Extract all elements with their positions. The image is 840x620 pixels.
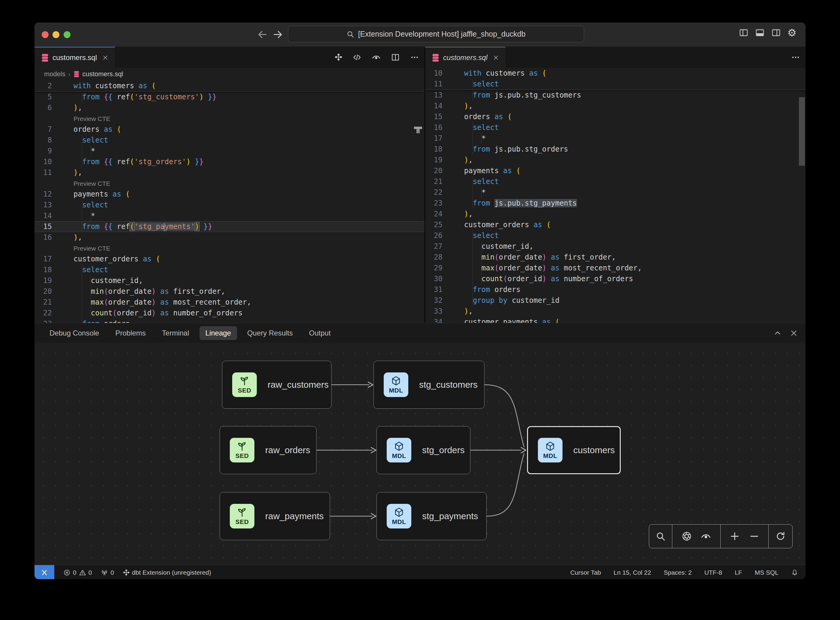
code-line-15[interactable]: 15orders as ( — [425, 111, 805, 122]
code-line-21[interactable]: 21max(order_date) as most_recent_order, — [35, 297, 424, 308]
code-line-26[interactable]: 26select — [425, 230, 805, 241]
panel-tab-debug-console[interactable]: Debug Console — [44, 326, 105, 340]
code-line-18[interactable]: 18from js.pub.stg_orders — [425, 144, 805, 155]
code-line-16[interactable]: 16select — [425, 122, 805, 133]
status-ln-15-col-22[interactable]: Ln 15, Col 22 — [613, 569, 651, 576]
code-line-20[interactable]: 20payments as ( — [425, 166, 805, 176]
code-line-25[interactable]: 25customer_orders as ( — [425, 220, 805, 230]
status-spaces-2[interactable]: Spaces: 2 — [664, 569, 691, 576]
lineage-search-button[interactable] — [655, 531, 666, 542]
code-lens[interactable]: Preview CTE — [35, 243, 424, 254]
lineage-canvas[interactable]: SEDraw_customersMDLstg_customersSEDraw_o… — [35, 343, 805, 565]
ports-status[interactable]: 0 — [101, 569, 114, 576]
code-line-24[interactable]: 24), — [425, 209, 805, 220]
code-line-23[interactable]: 23from js.pub.stg_payments — [425, 198, 805, 209]
panel-tab-output[interactable]: Output — [303, 326, 337, 340]
remote-indicator[interactable] — [35, 565, 54, 579]
command-center-search[interactable]: [Extension Development Host] jaffle_shop… — [288, 26, 584, 42]
status-ms-sql[interactable]: MS SQL — [755, 569, 778, 576]
sticky-scroll[interactable]: 10with customers as (11select — [425, 68, 805, 90]
lineage-refresh-button[interactable] — [775, 531, 786, 542]
breadcrumb-file[interactable]: customers.sql — [83, 70, 123, 78]
problems-status[interactable]: 0 0 — [63, 569, 92, 576]
lineage-snapshot-button[interactable] — [682, 531, 692, 542]
minimize-window-button[interactable] — [53, 31, 59, 38]
dbt-action-icon[interactable]: ✣ — [335, 53, 342, 62]
code-line-18[interactable]: 18select — [35, 264, 424, 275]
lineage-zoom-in-button[interactable] — [730, 531, 740, 542]
forward-icon[interactable] — [272, 29, 283, 40]
close-icon[interactable] — [493, 55, 499, 61]
toggle-panel-icon[interactable] — [755, 28, 765, 38]
code-line-14[interactable]: 14), — [425, 101, 805, 111]
lineage-node-raw_orders[interactable]: SEDraw_orders — [219, 426, 317, 474]
code-line-11[interactable]: 11select — [425, 78, 805, 89]
tab-customers-sql-left[interactable]: customers.sql — [35, 47, 115, 68]
code-line-14[interactable]: 14* — [35, 211, 424, 221]
code-line-27[interactable]: 27customer_id, — [425, 241, 805, 252]
code-lens[interactable]: Preview CTE — [35, 113, 424, 124]
code-line-15[interactable]: 15from {{ ref('stg_payments') }} — [35, 221, 424, 232]
code-editor-right[interactable]: 13from js.pub.stg_customers14),15orders … — [425, 90, 805, 323]
dbt-extension-status[interactable]: ✣ dbt Extension (unregistered) — [123, 569, 211, 576]
panel-tab-lineage[interactable]: Lineage — [200, 326, 237, 340]
tab-customers-sql-right[interactable]: customers.sql — [425, 47, 505, 68]
lineage-node-raw_payments[interactable]: SEDraw_payments — [219, 492, 330, 540]
lineage-node-raw_customers[interactable]: SEDraw_customers — [222, 361, 332, 409]
code-line-20[interactable]: 20min(order_date) as first_order, — [35, 286, 424, 297]
lineage-node-customers[interactable]: MDLcustomers — [527, 426, 621, 474]
bell-icon[interactable] — [791, 569, 798, 576]
panel-tab-terminal[interactable]: Terminal — [156, 326, 195, 340]
close-panel-icon[interactable] — [790, 329, 798, 337]
code-line-2[interactable]: 2with customers as ( — [35, 80, 424, 91]
gear-icon[interactable]: ⚙ — [787, 28, 796, 38]
panel-tab-problems[interactable]: Problems — [109, 326, 152, 340]
breadcrumb-folder[interactable]: models — [44, 70, 65, 78]
lineage-zoom-out-button[interactable] — [749, 531, 759, 542]
code-line-33[interactable]: 33), — [425, 306, 805, 317]
code-line-29[interactable]: 29max(order_date) as most_recent_order, — [425, 263, 805, 273]
more-actions-icon[interactable] — [791, 53, 800, 62]
lineage-node-stg_payments[interactable]: MDLstg_payments — [377, 492, 487, 540]
lineage-node-stg_orders[interactable]: MDLstg_orders — [377, 426, 470, 474]
lineage-node-stg_customers[interactable]: MDLstg_customers — [374, 361, 484, 409]
back-icon[interactable] — [257, 29, 268, 40]
close-window-button[interactable] — [42, 31, 49, 38]
code-line-11[interactable]: 11), — [35, 167, 424, 178]
code-line-22[interactable]: 22* — [425, 187, 805, 198]
vertical-scrollbar[interactable] — [799, 97, 805, 166]
code-line-30[interactable]: 30count(order_id) as number_of_orders — [425, 273, 805, 284]
code-line-28[interactable]: 28min(order_date) as first_order, — [425, 252, 805, 263]
sticky-scroll[interactable]: 2with customers as ( — [35, 80, 424, 92]
code-lens[interactable]: Preview CTE — [35, 178, 424, 189]
code-line-8[interactable]: 8select — [35, 135, 424, 146]
status-utf-8[interactable]: UTF-8 — [705, 569, 723, 576]
toggle-secondary-sidebar-icon[interactable] — [771, 28, 781, 38]
code-line-22[interactable]: 22count(order_id) as number_of_orders — [35, 308, 424, 318]
panel-tab-query-results[interactable]: Query Results — [241, 326, 299, 340]
code-line-10[interactable]: 10with customers as ( — [425, 68, 805, 78]
close-icon[interactable] — [102, 55, 108, 61]
zoom-window-button[interactable] — [64, 31, 71, 38]
code-line-10[interactable]: 10from {{ ref('stg_orders') }} — [35, 157, 424, 167]
preview-eye-icon[interactable] — [372, 53, 381, 62]
code-line-23[interactable]: 23from orders — [35, 318, 424, 323]
code-line-17[interactable]: 17* — [425, 133, 805, 144]
toggle-primary-sidebar-icon[interactable] — [739, 28, 748, 38]
status-lf[interactable]: LF — [735, 569, 742, 576]
code-line-13[interactable]: 13from js.pub.stg_customers — [425, 90, 805, 101]
code-icon[interactable] — [353, 53, 362, 62]
code-line-16[interactable]: 16), — [35, 232, 424, 243]
code-line-7[interactable]: 7orders as ( — [35, 124, 424, 135]
code-line-19[interactable]: 19), — [425, 155, 805, 166]
code-line-34[interactable]: 34customer_payments as ( — [425, 317, 805, 323]
more-actions-icon[interactable] — [410, 53, 419, 62]
code-editor-left[interactable]: 5from {{ ref('stg_customers') }}6),Previ… — [35, 92, 424, 323]
code-line-6[interactable]: 6), — [35, 102, 424, 113]
chevron-up-icon[interactable] — [774, 329, 781, 337]
code-line-19[interactable]: 19customer_id, — [35, 275, 424, 286]
lineage-visibility-button[interactable] — [701, 531, 711, 542]
code-line-17[interactable]: 17customer_orders as ( — [35, 254, 424, 264]
code-line-21[interactable]: 21select — [425, 176, 805, 187]
breadcrumb[interactable]: models › customers.sql — [35, 68, 424, 80]
